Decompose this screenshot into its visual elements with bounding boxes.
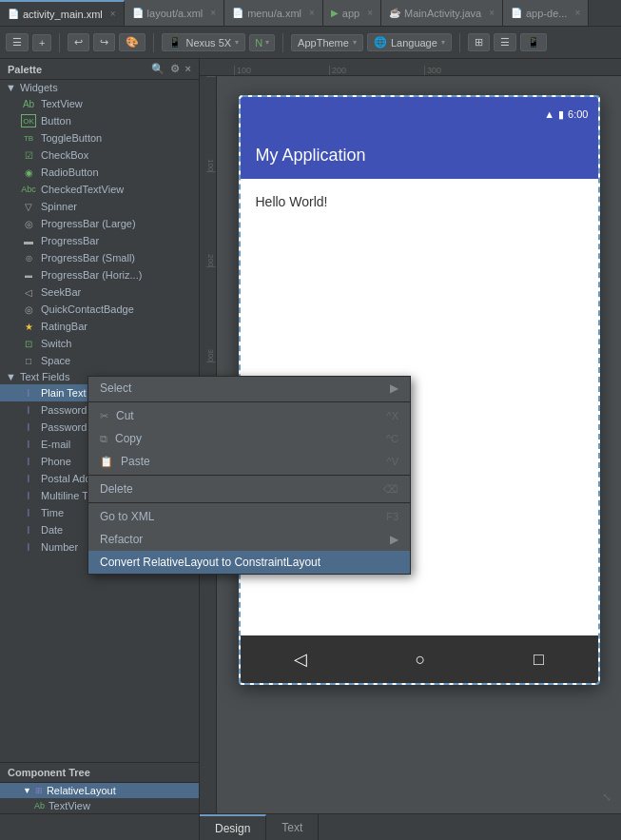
palette-item-button[interactable]: OK Button bbox=[0, 112, 199, 129]
palette-group-widgets: ▼ Widgets Ab TextView OK Button TB Toggl… bbox=[0, 80, 199, 369]
widgets-label: Widgets bbox=[20, 82, 58, 93]
time-icon: I bbox=[21, 506, 36, 519]
api-level-btn[interactable]: N ▾ bbox=[249, 34, 275, 51]
ctx-copy-shortcut: ^C bbox=[386, 433, 398, 444]
undo-btn[interactable]: ↩ bbox=[68, 33, 89, 51]
progressbar-label: ProgressBar bbox=[41, 235, 99, 246]
ctx-delete[interactable]: Delete ⌫ bbox=[88, 478, 410, 500]
add-component-btn[interactable]: + bbox=[32, 34, 51, 51]
ctx-convert[interactable]: Convert RelativeLayout to ConstraintLayo… bbox=[88, 551, 410, 574]
tab-mainactivity-label: MainActivity.java bbox=[404, 8, 481, 19]
switch-label: Switch bbox=[41, 338, 71, 349]
progressbar-horiz-label: ProgressBar (Horiz...) bbox=[41, 269, 142, 281]
xml-icon-3: 📄 bbox=[232, 8, 243, 18]
tab-layout-a-label: layout/a.xml bbox=[147, 8, 204, 19]
tab-close-icon[interactable]: × bbox=[110, 9, 116, 19]
palette-item-radiobutton[interactable]: ◉ RadioButton bbox=[0, 164, 199, 181]
tab-app-de-label: app-de... bbox=[526, 8, 567, 19]
ctx-refactor-arrow: ▶ bbox=[390, 533, 398, 546]
ctx-paste[interactable]: 📋 Paste ^V bbox=[88, 450, 410, 473]
progressbar-icon: ▬ bbox=[21, 234, 36, 247]
view-grid-btn[interactable]: ⊞ bbox=[468, 33, 490, 51]
palette-item-quickcontactbadge[interactable]: ◎ QuickContactBadge bbox=[0, 301, 199, 318]
relativelayout-label: RelativeLayout bbox=[47, 785, 116, 796]
tab-close-4-icon[interactable]: × bbox=[367, 8, 373, 18]
ruler-top-200: 200 bbox=[329, 66, 424, 75]
tab-app-de[interactable]: 📄 app-de... × bbox=[503, 0, 589, 26]
palette-toggle-btn[interactable]: ☰ bbox=[6, 33, 29, 51]
palette-item-checkedtextview[interactable]: Abc CheckedTextView bbox=[0, 181, 199, 198]
tab-mainactivity[interactable]: ☕ MainActivity.java × bbox=[381, 0, 503, 26]
ctx-cut[interactable]: ✂ Cut ^X bbox=[88, 404, 410, 427]
toolbar-sep-2 bbox=[153, 33, 154, 52]
textview-icon: Ab bbox=[21, 97, 36, 110]
undo-icon: ↩ bbox=[74, 36, 83, 49]
nexus-device-btn[interactable]: 📱 Nexus 5X ▾ bbox=[162, 33, 245, 51]
component-tree-section: Component Tree ▼ ⊞ RelativeLayout Ab Tex… bbox=[0, 762, 199, 813]
cut-icon: ✂ bbox=[100, 410, 108, 422]
view-phone-btn[interactable]: 📱 bbox=[520, 33, 547, 51]
bottom-tab-text[interactable]: Text bbox=[266, 814, 319, 840]
number-label: Number bbox=[41, 541, 78, 553]
palette-item-togglebutton[interactable]: TB ToggleButton bbox=[0, 129, 199, 147]
tab-app[interactable]: ▶ app × bbox=[323, 0, 381, 26]
multiline-icon: I bbox=[21, 489, 36, 502]
phone-status-icons: ▲ ▮ 6:00 bbox=[544, 108, 588, 121]
bottom-tab-design[interactable]: Design bbox=[200, 814, 266, 840]
palette-item-progressbar[interactable]: ▬ ProgressBar bbox=[0, 232, 199, 249]
tab-menu-a[interactable]: 📄 menu/a.xml × bbox=[224, 0, 323, 26]
nexus-chevron-icon: ▾ bbox=[235, 38, 239, 47]
number-icon: I bbox=[21, 540, 36, 554]
comp-tree-item-textview[interactable]: Ab TextView bbox=[0, 798, 199, 813]
ctx-select-label: Select bbox=[100, 381, 131, 395]
resize-handle-icon[interactable]: ⤡ bbox=[602, 791, 611, 804]
plaintext-label: Plain Text bbox=[41, 387, 87, 399]
palette-item-space[interactable]: □ Space bbox=[0, 352, 199, 369]
tab-layout-a[interactable]: 📄 layout/a.xml × bbox=[125, 0, 225, 26]
tab-close-5-icon[interactable]: × bbox=[489, 8, 495, 18]
tab-activity-main[interactable]: 📄 activity_main.xml × bbox=[0, 0, 125, 26]
comp-tree-item-relativelayout[interactable]: ▼ ⊞ RelativeLayout bbox=[0, 783, 199, 798]
email-label: E-mail bbox=[41, 439, 70, 450]
progressbar-small-icon: ◎ bbox=[21, 251, 36, 264]
status-time: 6:00 bbox=[568, 108, 588, 120]
palette-item-seekbar[interactable]: ◁ SeekBar bbox=[0, 283, 199, 301]
bottom-left-spacer bbox=[0, 814, 200, 840]
toolbar-sep-3 bbox=[282, 33, 283, 52]
theme-select-btn[interactable]: AppTheme ▾ bbox=[291, 34, 363, 51]
palette-item-progressbar-large[interactable]: ◎ ProgressBar (Large) bbox=[0, 215, 199, 232]
radiobutton-label: RadioButton bbox=[41, 166, 99, 178]
palette-item-ratingbar[interactable]: ★ RatingBar bbox=[0, 318, 199, 335]
tab-bar: 📄 activity_main.xml × 📄 layout/a.xml × 📄… bbox=[0, 0, 621, 27]
palette-item-switch[interactable]: ⊡ Switch bbox=[0, 335, 199, 352]
apptheme-label: AppTheme bbox=[298, 37, 349, 49]
plaintext-icon: I bbox=[21, 386, 36, 400]
progressbar-horiz-icon: ▬ bbox=[21, 268, 36, 282]
widgets-expand-icon: ▼ bbox=[6, 82, 16, 93]
palette-close-icon[interactable]: × bbox=[185, 63, 191, 75]
ctx-select[interactable]: Select ▶ bbox=[88, 377, 410, 400]
palette-settings-icon[interactable]: ⚙ bbox=[170, 63, 180, 75]
hello-world-text: Hello World! bbox=[256, 194, 328, 209]
palette-item-textview[interactable]: Ab TextView bbox=[0, 95, 199, 112]
palette-search-icon[interactable]: 🔍 bbox=[151, 63, 165, 75]
palette-group-widgets-header[interactable]: ▼ Widgets bbox=[0, 80, 199, 95]
tab-close-3-icon[interactable]: × bbox=[309, 8, 315, 18]
palette-item-progressbar-horiz[interactable]: ▬ ProgressBar (Horiz...) bbox=[0, 266, 199, 283]
tab-close-2-icon[interactable]: × bbox=[210, 8, 216, 18]
ctx-copy[interactable]: ⧉ Copy ^C bbox=[88, 427, 410, 450]
palette-item-checkbox[interactable]: ☑ CheckBox bbox=[0, 147, 199, 164]
palette-item-spinner[interactable]: ▽ Spinner bbox=[0, 198, 199, 215]
view-list-btn[interactable]: ☰ bbox=[494, 33, 516, 51]
ctx-refactor[interactable]: Refactor ▶ bbox=[88, 528, 410, 551]
palette-item-progressbar-small[interactable]: ◎ ProgressBar (Small) bbox=[0, 249, 199, 266]
theme-btn[interactable]: 🎨 bbox=[119, 33, 146, 51]
ctx-goto-xml[interactable]: Go to XML F3 bbox=[88, 505, 410, 528]
password-numeric-icon: I bbox=[21, 420, 36, 434]
redo-btn[interactable]: ↪ bbox=[93, 33, 115, 51]
ctx-copy-left: ⧉ Copy bbox=[100, 432, 142, 445]
textfields-expand-icon: ▼ bbox=[6, 371, 16, 382]
tab-close-6-icon[interactable]: × bbox=[574, 8, 580, 18]
date-label: Date bbox=[41, 524, 63, 536]
language-btn[interactable]: 🌐 Language ▾ bbox=[367, 33, 452, 51]
